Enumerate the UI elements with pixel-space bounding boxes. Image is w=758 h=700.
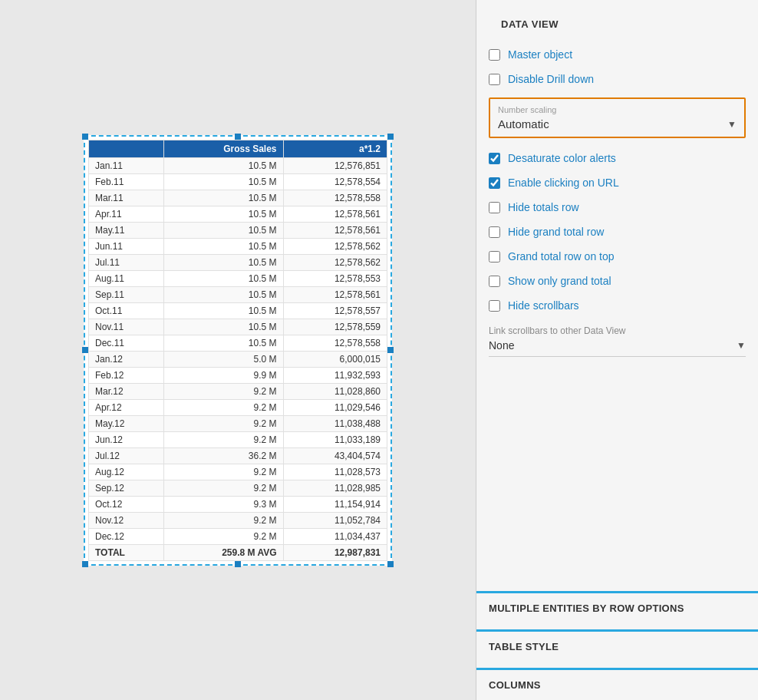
desaturate-color-alerts-label: Desaturate color alerts bbox=[508, 152, 616, 164]
number-scaling-label: Number scaling bbox=[498, 105, 737, 114]
hide-scrollbars-label: Hide scrollbars bbox=[508, 299, 579, 312]
data-view-title: DATA VIEW bbox=[489, 8, 746, 38]
handle-ml[interactable] bbox=[82, 347, 88, 353]
show-only-grand-total-checkbox[interactable] bbox=[489, 276, 500, 287]
table-wrapper: Gross Sales a*1.2 Jan.1110.5 M12,576,851… bbox=[84, 135, 392, 566]
enable-clicking-url-checkbox[interactable] bbox=[489, 177, 500, 189]
master-object-row: Master object bbox=[489, 42, 746, 67]
table-header-row: Gross Sales a*1.2 bbox=[89, 140, 387, 157]
handle-br[interactable] bbox=[387, 561, 394, 567]
hide-scrollbars-checkbox[interactable] bbox=[489, 300, 500, 312]
multiple-entities-header[interactable]: MULTIPLE ENTITIES BY ROW OPTIONS bbox=[476, 593, 758, 623]
grand-total-on-top-label: Grand total row on top bbox=[508, 250, 615, 262]
hide-grand-total-row-checkbox[interactable] bbox=[489, 226, 500, 238]
hide-totals-row-checkbox[interactable] bbox=[489, 202, 500, 213]
hide-grand-total-row-row: Hide grand total row bbox=[489, 220, 746, 244]
desaturate-color-alerts-row: Desaturate color alerts bbox=[489, 146, 746, 170]
table-row: Jul.1110.5 M12,578,562 bbox=[89, 254, 387, 270]
hide-totals-row-label: Hide totals row bbox=[508, 201, 579, 213]
disable-drill-down-label: Disable Drill down bbox=[508, 73, 594, 85]
table-row: Mar.129.2 M11,028,860 bbox=[89, 383, 387, 399]
table-row: Oct.1110.5 M12,578,557 bbox=[89, 302, 387, 319]
data-table: Gross Sales a*1.2 Jan.1110.5 M12,576,851… bbox=[88, 140, 387, 561]
table-row: Jan.125.0 M6,000,015 bbox=[89, 351, 387, 367]
multiple-entities-section: MULTIPLE ENTITIES BY ROW OPTIONS bbox=[476, 591, 758, 623]
link-scrollbars-arrow-icon: ▼ bbox=[737, 340, 746, 351]
number-scaling-box: Number scaling Automatic None Thousands … bbox=[489, 97, 746, 138]
table-row: May.129.2 M11,038,488 bbox=[89, 415, 387, 431]
grand-total-on-top-row: Grand total row on top bbox=[489, 244, 746, 269]
hide-totals-row-row: Hide totals row bbox=[489, 195, 746, 220]
desaturate-color-alerts-checkbox[interactable] bbox=[489, 153, 500, 164]
handle-bm[interactable] bbox=[235, 561, 241, 567]
table-row: Apr.1110.5 M12,578,561 bbox=[89, 206, 387, 222]
table-row: Aug.1110.5 M12,578,553 bbox=[89, 270, 387, 286]
master-object-checkbox[interactable] bbox=[489, 49, 500, 61]
link-scrollbars-select-row: None ▼ bbox=[489, 339, 746, 357]
right-panel: DATA VIEW Master object Disable Drill do… bbox=[476, 0, 758, 700]
table-row: Nov.1110.5 M12,578,559 bbox=[89, 319, 387, 335]
show-only-grand-total-row: Show only grand total bbox=[489, 269, 746, 293]
enable-clicking-url-label: Enable clicking on URL bbox=[508, 177, 619, 189]
table-style-title: TABLE STYLE bbox=[489, 641, 559, 652]
table-row: Jul.1236.2 M43,404,574 bbox=[89, 447, 387, 464]
table-row: Jun.129.2 M11,033,189 bbox=[89, 431, 387, 447]
master-object-label: Master object bbox=[508, 48, 572, 61]
hide-grand-total-row-label: Hide grand total row bbox=[508, 226, 604, 238]
table-row: Nov.129.2 M11,052,784 bbox=[89, 512, 387, 528]
show-only-grand-total-label: Show only grand total bbox=[508, 275, 611, 287]
disable-drill-down-row: Disable Drill down bbox=[489, 67, 746, 91]
multiple-entities-title: MULTIPLE ENTITIES BY ROW OPTIONS bbox=[489, 603, 684, 614]
handle-tr[interactable] bbox=[387, 134, 394, 140]
number-scaling-arrow-icon: ▼ bbox=[727, 119, 737, 130]
col-header-name bbox=[89, 140, 164, 157]
handle-bl[interactable] bbox=[82, 561, 88, 567]
total-row: TOTAL259.8 M AVG12,987,831 bbox=[89, 544, 387, 560]
link-scrollbars-label: Link scrollbars to other Data View bbox=[489, 325, 746, 336]
table-row: Feb.129.9 M11,932,593 bbox=[89, 367, 387, 383]
hide-scrollbars-row: Hide scrollbars bbox=[489, 293, 746, 318]
table-row: Jan.1110.5 M12,576,851 bbox=[89, 157, 387, 173]
table-row: Sep.1110.5 M12,578,561 bbox=[89, 286, 387, 302]
handle-tl[interactable] bbox=[82, 134, 88, 140]
table-row: Jun.1110.5 M12,578,562 bbox=[89, 238, 387, 254]
table-row: Aug.129.2 M11,028,573 bbox=[89, 464, 387, 480]
table-row: Apr.129.2 M11,029,546 bbox=[89, 399, 387, 415]
table-row: Dec.1110.5 M12,578,558 bbox=[89, 335, 387, 351]
table-style-header[interactable]: TABLE STYLE bbox=[476, 632, 758, 662]
columns-title: COLUMNS bbox=[489, 679, 541, 691]
col-header-gross-sales: Gross Sales bbox=[164, 140, 283, 157]
table-row: Mar.1110.5 M12,578,558 bbox=[89, 190, 387, 206]
disable-drill-down-checkbox[interactable] bbox=[489, 74, 500, 85]
table-row: Feb.1110.5 M12,578,554 bbox=[89, 173, 387, 190]
columns-header[interactable]: COLUMNS bbox=[476, 670, 758, 700]
table-row: Dec.129.2 M11,034,437 bbox=[89, 528, 387, 544]
link-scrollbars-select[interactable]: None bbox=[489, 339, 737, 352]
table-style-section: TABLE STYLE bbox=[476, 629, 758, 662]
handle-mr[interactable] bbox=[387, 347, 394, 353]
grand-total-on-top-checkbox[interactable] bbox=[489, 251, 500, 262]
left-panel: Gross Sales a*1.2 Jan.1110.5 M12,576,851… bbox=[0, 0, 476, 700]
columns-section: COLUMNS bbox=[476, 668, 758, 700]
enable-clicking-url-row: Enable clicking on URL bbox=[489, 170, 746, 195]
number-scaling-select[interactable]: Automatic None Thousands (K) Millions (M… bbox=[498, 117, 727, 130]
table-row: Sep.129.2 M11,028,985 bbox=[89, 480, 387, 496]
panel-body: Master object Disable Drill down Number … bbox=[476, 42, 758, 585]
col-header-a12: a*1.2 bbox=[283, 140, 387, 157]
table-row: May.1110.5 M12,578,561 bbox=[89, 222, 387, 238]
number-scaling-select-row: Automatic None Thousands (K) Millions (M… bbox=[498, 117, 737, 130]
handle-tm[interactable] bbox=[235, 134, 241, 140]
table-row: Oct.129.3 M11,154,914 bbox=[89, 496, 387, 512]
